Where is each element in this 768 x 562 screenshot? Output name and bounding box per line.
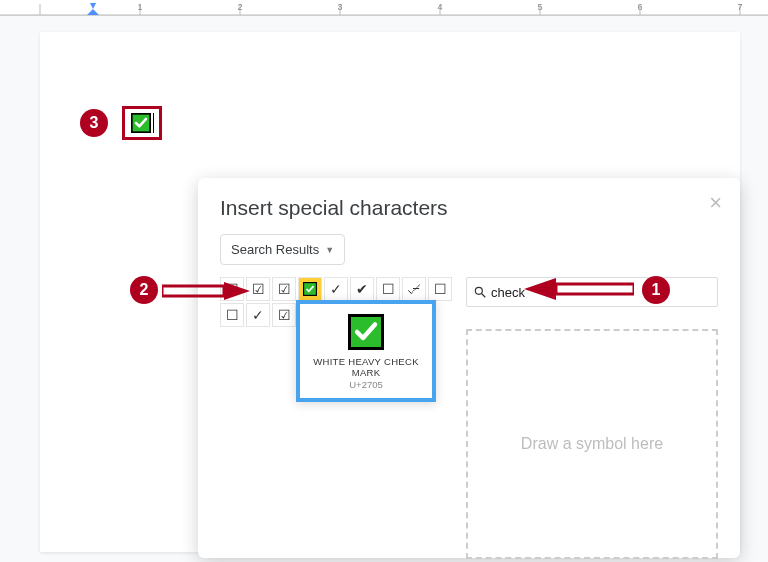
text-cursor bbox=[153, 113, 154, 133]
svg-point-15 bbox=[475, 287, 482, 294]
ruler-num: 3 bbox=[337, 2, 342, 12]
svg-marker-10 bbox=[87, 9, 99, 15]
category-dropdown[interactable]: Search Results ▼ bbox=[220, 234, 345, 265]
annotation-badge-2: 2 bbox=[130, 276, 158, 304]
tooltip-char-code: U+2705 bbox=[306, 379, 426, 390]
char-cell[interactable]: ☑ bbox=[272, 303, 296, 327]
svg-marker-22 bbox=[524, 278, 556, 300]
svg-marker-9 bbox=[90, 3, 96, 9]
ruler-num: 5 bbox=[537, 2, 542, 12]
search-icon bbox=[473, 285, 487, 299]
white-heavy-check-mark-icon bbox=[131, 113, 151, 133]
annotation-badge-3: 3 bbox=[80, 109, 108, 137]
annotation-badge-1: 1 bbox=[642, 276, 670, 304]
horizontal-ruler[interactable]: 1 2 3 4 5 6 7 bbox=[0, 0, 768, 16]
char-cell[interactable]: ☑ bbox=[272, 277, 296, 301]
annotation-arrow-1 bbox=[524, 278, 634, 300]
svg-marker-20 bbox=[224, 282, 250, 300]
annotation-inserted-highlight bbox=[122, 106, 162, 140]
ruler-num: 1 bbox=[137, 2, 142, 12]
draw-symbol-canvas[interactable]: Draw a symbol here bbox=[466, 329, 718, 559]
dropdown-label: Search Results bbox=[231, 242, 319, 257]
close-icon[interactable]: × bbox=[709, 192, 722, 214]
char-cell[interactable]: ⍻ bbox=[402, 277, 426, 301]
insert-special-characters-dialog: Insert special characters × Search Resul… bbox=[198, 178, 740, 558]
char-cell[interactable]: ✓ bbox=[324, 277, 348, 301]
svg-rect-21 bbox=[556, 284, 634, 294]
char-cell[interactable]: ✔ bbox=[350, 277, 374, 301]
annotation-arrow-2 bbox=[162, 282, 250, 300]
white-heavy-check-mark-icon bbox=[303, 282, 317, 296]
char-cell[interactable]: ☐ bbox=[220, 303, 244, 327]
char-cell[interactable]: ✓ bbox=[246, 303, 270, 327]
tooltip-char-name: WHITE HEAVY CHECK MARK bbox=[306, 356, 426, 378]
ruler-num: 6 bbox=[637, 2, 642, 12]
char-cell-selected[interactable] bbox=[298, 277, 322, 301]
ruler-num: 2 bbox=[237, 2, 242, 12]
svg-rect-19 bbox=[162, 286, 224, 296]
ruler-num: 4 bbox=[437, 2, 442, 12]
char-cell[interactable]: ☐ bbox=[376, 277, 400, 301]
chevron-down-icon: ▼ bbox=[325, 245, 334, 255]
svg-line-16 bbox=[482, 294, 486, 298]
draw-hint-text: Draw a symbol here bbox=[521, 435, 663, 453]
dialog-title: Insert special characters bbox=[220, 196, 718, 220]
char-cell[interactable]: ☐ bbox=[428, 277, 452, 301]
white-heavy-check-mark-icon bbox=[348, 314, 384, 350]
ruler-num: 7 bbox=[737, 2, 742, 12]
character-tooltip: WHITE HEAVY CHECK MARK U+2705 bbox=[296, 300, 436, 402]
